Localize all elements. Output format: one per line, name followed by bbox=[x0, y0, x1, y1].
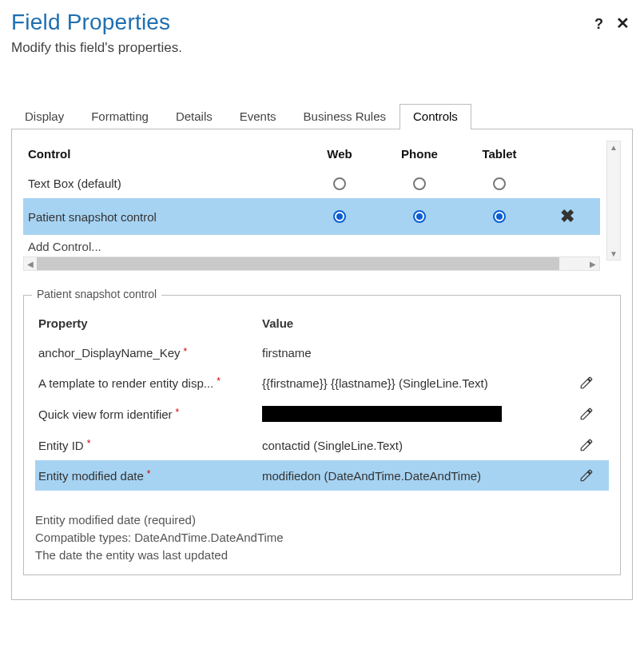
col-control: Control bbox=[28, 147, 300, 161]
edit-icon[interactable] bbox=[579, 438, 594, 452]
radio-phone[interactable] bbox=[413, 210, 426, 223]
control-name: Text Box (default) bbox=[28, 177, 300, 190]
properties-fieldset: Patient snapshot control Property Value … bbox=[23, 295, 621, 575]
property-label: Entity ID bbox=[38, 439, 84, 452]
tab-formatting[interactable]: Formatting bbox=[78, 104, 162, 129]
help-icon[interactable]: ? bbox=[594, 16, 603, 33]
tab-display[interactable]: Display bbox=[11, 104, 78, 129]
add-control-link[interactable]: Add Control... bbox=[23, 235, 600, 253]
col-tablet: Tablet bbox=[459, 147, 539, 161]
property-row[interactable]: Quick view form identifier* bbox=[35, 398, 609, 430]
property-label: A template to render entity disp... bbox=[38, 376, 213, 390]
required-icon: * bbox=[184, 347, 188, 356]
col-value: Value bbox=[262, 316, 567, 330]
tab-events[interactable]: Events bbox=[226, 104, 290, 129]
scroll-right-icon[interactable]: ▶ bbox=[586, 260, 599, 268]
required-icon: * bbox=[147, 469, 151, 479]
property-value: firstname bbox=[262, 346, 567, 360]
dialog-title: Field Properties bbox=[11, 10, 170, 35]
col-property: Property bbox=[38, 316, 262, 330]
property-label: Entity modified date bbox=[38, 469, 144, 483]
vertical-scrollbar[interactable]: ▲ ▼ bbox=[606, 141, 621, 260]
edit-icon[interactable] bbox=[579, 468, 594, 483]
scroll-down-icon[interactable]: ▼ bbox=[610, 248, 618, 260]
scroll-up-icon[interactable]: ▲ bbox=[610, 141, 618, 153]
property-row[interactable]: Entity ID*contactid (SingleLine.Text) bbox=[35, 430, 609, 460]
radio-tablet[interactable] bbox=[493, 210, 506, 223]
radio-tablet[interactable] bbox=[493, 177, 506, 190]
hscroll-thumb[interactable] bbox=[37, 257, 559, 270]
required-icon: * bbox=[87, 439, 91, 448]
close-icon[interactable]: ✕ bbox=[616, 16, 630, 33]
horizontal-scrollbar[interactable]: ◀ ▶ bbox=[23, 256, 600, 271]
property-value: {{firstname}} {{lastname}} (SingleLine.T… bbox=[262, 376, 567, 390]
col-web: Web bbox=[300, 147, 380, 161]
tab-business-rules[interactable]: Business Rules bbox=[290, 104, 400, 129]
help-line-3: The date the entity was last updated bbox=[35, 547, 609, 564]
property-label: anchor_DisplayName_Key bbox=[38, 346, 181, 360]
tab-details[interactable]: Details bbox=[162, 104, 226, 129]
edit-icon[interactable] bbox=[579, 376, 594, 390]
control-row[interactable]: Patient snapshot control✖ bbox=[23, 198, 600, 235]
property-value bbox=[262, 406, 502, 422]
property-row[interactable]: anchor_DisplayName_Key*firstname bbox=[35, 338, 609, 368]
tabstrip: DisplayFormattingDetailsEventsBusiness R… bbox=[11, 104, 633, 129]
col-phone: Phone bbox=[380, 147, 459, 161]
radio-phone[interactable] bbox=[413, 177, 426, 190]
help-line-1: Entity modified date (required) bbox=[35, 511, 609, 529]
help-line-2: Compatible types: DateAndTime.DateAndTim… bbox=[35, 529, 609, 547]
required-icon: * bbox=[176, 408, 180, 417]
radio-web[interactable] bbox=[333, 177, 346, 190]
property-value: modifiedon (DateAndTime.DateAndTime) bbox=[262, 469, 567, 483]
dialog-subtitle: Modify this field's properties. bbox=[11, 40, 633, 56]
edit-icon[interactable] bbox=[579, 407, 594, 421]
remove-control-icon[interactable]: ✖ bbox=[560, 206, 574, 227]
controls-panel: Control Web Phone Tablet Text Box (defau… bbox=[11, 129, 633, 600]
radio-web[interactable] bbox=[333, 210, 346, 223]
property-label: Quick view form identifier bbox=[38, 408, 173, 421]
control-row[interactable]: Text Box (default) bbox=[23, 169, 600, 198]
control-name: Patient snapshot control bbox=[28, 210, 300, 224]
fieldset-legend: Patient snapshot control bbox=[32, 288, 161, 300]
scroll-left-icon[interactable]: ◀ bbox=[24, 260, 37, 268]
property-value: contactid (SingleLine.Text) bbox=[262, 439, 567, 452]
required-icon: * bbox=[217, 376, 221, 386]
property-row[interactable]: Entity modified date*modifiedon (DateAnd… bbox=[35, 460, 609, 491]
tab-controls[interactable]: Controls bbox=[400, 104, 471, 129]
property-row[interactable]: A template to render entity disp...*{{fi… bbox=[35, 368, 609, 398]
